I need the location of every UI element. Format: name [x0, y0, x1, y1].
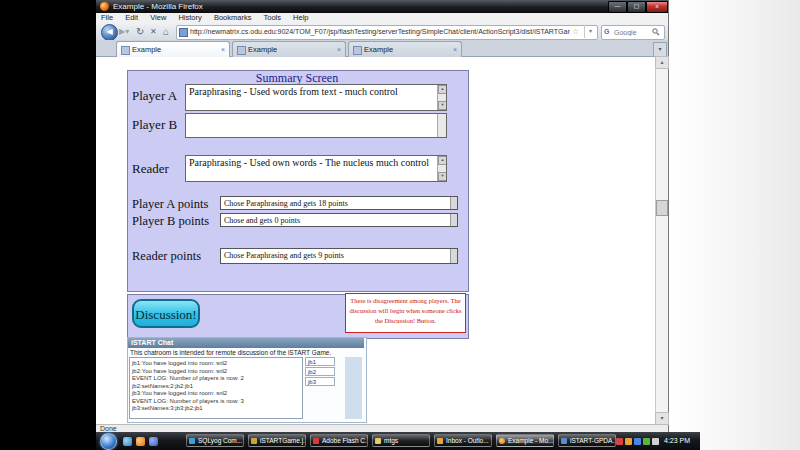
tray-icon[interactable] [625, 438, 632, 445]
task-inbox-outlook[interactable]: Inbox - Outlo... [434, 434, 492, 447]
player-a-points-text: Chose Paraphrasing and gets 18 points [224, 199, 348, 208]
tab-page-icon [237, 46, 246, 55]
textarea-scrollbar[interactable]: ▲▼ [437, 156, 446, 181]
back-button[interactable]: ◀ [101, 24, 118, 41]
google-icon: G [604, 25, 609, 38]
task-example-firefox[interactable]: Example - Mo... [496, 434, 554, 447]
start-button[interactable] [100, 433, 117, 450]
desktop-background [668, 0, 800, 450]
player-b-label: Player B [132, 117, 177, 133]
chat-log-line: jb1:You have logged into room: snl2 [132, 360, 300, 368]
tray-icon[interactable] [643, 438, 650, 445]
task-label: iSTART-GPDA... [570, 437, 616, 444]
chat-userlist-scrollbar[interactable] [345, 357, 362, 419]
task-adobe-flash[interactable]: Adobe Flash C... [310, 434, 368, 447]
player-b-points-text: Chose and gets 0 points [224, 216, 300, 225]
menu-edit[interactable]: Edit [120, 13, 143, 23]
desktop-screenshot: Example - Mozilla Firefox — ▢ x File Edi… [0, 0, 800, 450]
player-a-points-label: Player A points [132, 197, 208, 212]
quicklaunch-icon[interactable] [123, 437, 132, 446]
forward-button[interactable]: ▶▾ [119, 28, 129, 36]
window-title: Example - Mozilla Firefox [113, 0, 203, 13]
task-sqlyog[interactable]: SQLyog Com... [186, 434, 244, 447]
tab-close-icon[interactable]: × [337, 42, 341, 57]
chat-log[interactable]: jb1:You have logged into room: snl2 jb2:… [129, 357, 303, 419]
textarea-scrollbar[interactable]: ▲▼ [437, 85, 446, 110]
chat-log-line: EVENT LOG: Number of players is now: 2 [132, 375, 300, 383]
tab-example-1[interactable]: Example × [116, 41, 230, 57]
player-a-textarea[interactable]: Paraphrasing - Used words from text - mu… [185, 84, 447, 111]
status-bar: Done [96, 424, 668, 432]
discussion-button[interactable]: Discussion! [132, 299, 200, 328]
close-button[interactable]: x [646, 1, 668, 13]
tray-icon[interactable] [634, 438, 641, 445]
player-a-points-field[interactable]: Chose Paraphrasing and gets 18 points [220, 196, 458, 210]
menu-view[interactable]: View [145, 13, 171, 23]
tab-label: Example [132, 42, 161, 57]
field-scrollbar[interactable] [450, 249, 457, 263]
player-b-textarea[interactable] [185, 113, 447, 138]
scroll-down-icon[interactable]: ▼ [438, 172, 447, 181]
reader-textarea[interactable]: Paraphrasing - Used own words - The nucl… [185, 155, 447, 182]
task-istart-gpda[interactable]: iSTART-GPDA... [558, 434, 616, 447]
quicklaunch-icon[interactable] [149, 437, 158, 446]
player-b-points-label: Player B points [132, 214, 209, 229]
maximize-button[interactable]: ▢ [627, 1, 646, 13]
chat-user-jb3: jb3 [305, 377, 335, 386]
task-istartgame[interactable]: iSTARTGame.j... [248, 434, 306, 447]
task-label: SQLyog Com... [198, 437, 242, 444]
scrollbar-thumb[interactable] [656, 200, 668, 216]
menu-history[interactable]: History [173, 13, 206, 23]
list-all-tabs-icon[interactable]: ▾ [653, 42, 667, 57]
tray-icon[interactable] [616, 438, 623, 445]
reader-points-label: Reader points [132, 249, 201, 264]
scroll-up-icon[interactable]: ▲ [438, 85, 447, 94]
menu-tools[interactable]: Tools [258, 13, 286, 23]
tab-close-icon[interactable]: × [453, 42, 457, 57]
tab-example-3[interactable]: Example × [348, 41, 462, 57]
reader-points-field[interactable]: Chose Paraphrasing and gets 9 points [220, 248, 458, 264]
chat-log-line: jb2:setNames:2:jb2:jb1 [132, 383, 300, 391]
scroll-down-icon[interactable]: ▼ [438, 101, 447, 110]
player-a-text: Paraphrasing - Used words from text - mu… [189, 86, 398, 97]
minimize-button[interactable]: — [608, 1, 627, 13]
app-icon [189, 438, 195, 444]
page-scrollbar[interactable] [655, 56, 668, 424]
search-input[interactable] [612, 26, 654, 39]
tab-close-icon[interactable]: × [221, 42, 225, 57]
chat-header: iSTART Chat [128, 338, 364, 348]
tab-label: Example [364, 42, 393, 57]
quicklaunch-firefox-icon[interactable] [136, 437, 145, 446]
url-dropdown-icon[interactable]: ▾ [584, 25, 596, 38]
menu-help[interactable]: Help [288, 13, 313, 23]
chat-subtitle: This chatroom is intended for remote dis… [130, 349, 360, 356]
tab-example-2[interactable]: Example × [232, 41, 346, 57]
task-label: Adobe Flash C... [322, 437, 368, 444]
chat-log-line: jb3:You have logged into room: snl2 [132, 390, 300, 398]
textarea-scrollbar[interactable] [437, 114, 446, 137]
folder-icon [375, 438, 381, 444]
home-icon[interactable]: ⌂ [163, 26, 169, 37]
scroll-up-icon[interactable]: ▴ [655, 56, 669, 69]
tray-volume-icon[interactable] [652, 438, 659, 445]
chat-log-line: jb3:setNames:3:jb3:jb2:jb1 [132, 405, 300, 413]
reader-points-text: Chose Paraphrasing and gets 9 points [224, 251, 344, 260]
url-text[interactable]: http://newmatrix.cs.odu.edu:9024/TOM_F07… [190, 25, 570, 38]
search-icon[interactable] [652, 28, 660, 36]
field-scrollbar[interactable] [450, 197, 457, 209]
scroll-up-icon[interactable]: ▲ [438, 156, 447, 165]
reader-text: Paraphrasing - Used own words - The nucl… [189, 157, 429, 168]
disagreement-notice: There is disagreement among players. The… [345, 293, 466, 333]
reload-icon[interactable]: ↻ [136, 26, 144, 37]
page-favicon [179, 28, 188, 37]
menu-bookmarks[interactable]: Bookmarks [209, 13, 257, 23]
task-label: Example - Mo... [508, 437, 554, 444]
chat-user-jb2: jb2 [305, 367, 335, 376]
bookmark-star-icon[interactable]: ☆ [572, 25, 579, 38]
field-scrollbar[interactable] [450, 214, 457, 226]
player-b-points-field[interactable]: Chose and gets 0 points [220, 213, 458, 227]
task-mtgs[interactable]: mtgs [372, 434, 430, 447]
stop-icon[interactable]: ✕ [150, 26, 157, 37]
menu-file[interactable]: File [96, 13, 118, 23]
app-icon [561, 438, 567, 444]
